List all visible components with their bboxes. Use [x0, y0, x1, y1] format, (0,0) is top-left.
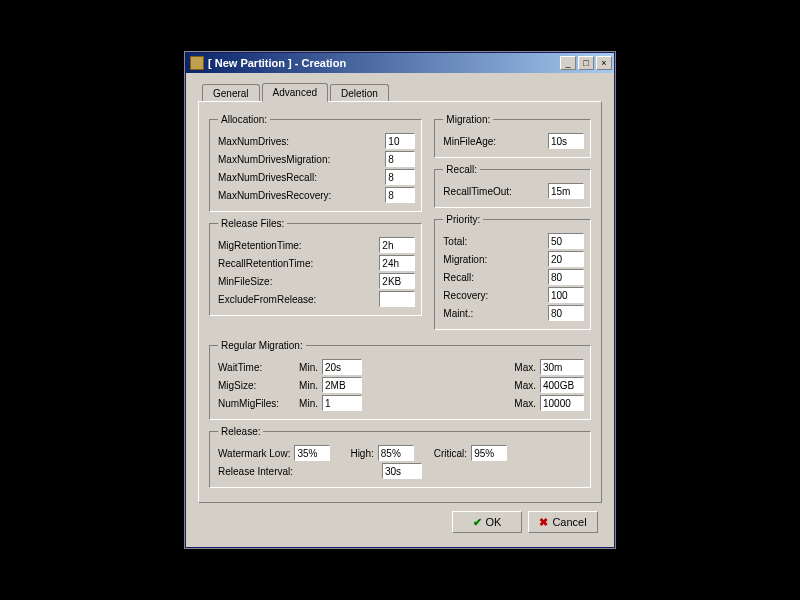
minfileage-input[interactable]	[548, 133, 584, 149]
group-recall: Recall: RecallTimeOut:	[434, 164, 591, 208]
nummigfiles-label: NumMigFiles:	[218, 398, 288, 409]
priority-migration-label: Migration:	[443, 254, 544, 265]
group-allocation-legend: Allocation:	[218, 114, 270, 125]
maxnumdrivesmigration-input[interactable]	[385, 151, 415, 167]
watermark-high-input[interactable]	[378, 445, 414, 461]
check-icon: ✔	[473, 516, 482, 529]
priority-maint-input[interactable]	[548, 305, 584, 321]
migsize-max-label: Max.	[506, 380, 536, 391]
minfilesize-label: MinFileSize:	[218, 276, 375, 287]
priority-recall-label: Recall:	[443, 272, 544, 283]
maxnumdrivesrecovery-input[interactable]	[385, 187, 415, 203]
waittime-min-input[interactable]	[322, 359, 362, 375]
migretentiontime-label: MigRetentionTime:	[218, 240, 375, 251]
dialog-buttons: ✔ OK ✖ Cancel	[198, 503, 602, 537]
group-release-files-legend: Release Files:	[218, 218, 287, 229]
group-recall-legend: Recall:	[443, 164, 480, 175]
group-regular-migration-legend: Regular Migration:	[218, 340, 306, 351]
window-title: [ New Partition ] - Creation	[208, 57, 560, 69]
migsize-min-input[interactable]	[322, 377, 362, 393]
maxnumdrivesmigration-label: MaxNumDrivesMigration:	[218, 154, 381, 165]
waittime-max-input[interactable]	[540, 359, 584, 375]
nummigfiles-min-label: Min.	[292, 398, 318, 409]
waittime-max-label: Max.	[506, 362, 536, 373]
close-button[interactable]: ×	[596, 56, 612, 70]
ok-button-label: OK	[486, 516, 502, 528]
maximize-button[interactable]: □	[578, 56, 594, 70]
group-release-legend: Release:	[218, 426, 263, 437]
watermark-high-label: High:	[350, 448, 373, 459]
maxnumdrivesrecall-label: MaxNumDrivesRecall:	[218, 172, 381, 183]
recallretentiontime-input[interactable]	[379, 255, 415, 271]
migsize-label: MigSize:	[218, 380, 288, 391]
waittime-min-label: Min.	[292, 362, 318, 373]
releaseinterval-input[interactable]	[382, 463, 422, 479]
minimize-button[interactable]: _	[560, 56, 576, 70]
group-release-files: Release Files: MigRetentionTime: RecallR…	[209, 218, 422, 316]
excludefromrelease-input[interactable]	[379, 291, 415, 307]
minfilesize-input[interactable]	[379, 273, 415, 289]
priority-recall-input[interactable]	[548, 269, 584, 285]
titlebar: [ New Partition ] - Creation _ □ ×	[186, 53, 614, 73]
migsize-max-input[interactable]	[540, 377, 584, 393]
nummigfiles-max-input[interactable]	[540, 395, 584, 411]
tab-advanced[interactable]: Advanced	[262, 83, 328, 102]
watermark-low-input[interactable]	[294, 445, 330, 461]
window-buttons: _ □ ×	[560, 56, 612, 70]
group-regular-migration: Regular Migration: WaitTime: Min. Max. M…	[209, 340, 591, 420]
app-icon	[190, 56, 204, 70]
group-priority: Priority: Total: Migration: Recall:	[434, 214, 591, 330]
watermark-critical-input[interactable]	[471, 445, 507, 461]
priority-maint-label: Maint.:	[443, 308, 544, 319]
priority-total-label: Total:	[443, 236, 544, 247]
ok-button[interactable]: ✔ OK	[452, 511, 522, 533]
maxnumdrives-label: MaxNumDrives:	[218, 136, 381, 147]
tab-bar: General Advanced Deletion	[198, 83, 602, 102]
nummigfiles-min-input[interactable]	[322, 395, 362, 411]
maxnumdrivesrecovery-label: MaxNumDrivesRecovery:	[218, 190, 381, 201]
waittime-label: WaitTime:	[218, 362, 288, 373]
priority-migration-input[interactable]	[548, 251, 584, 267]
releaseinterval-label: Release Interval:	[218, 466, 378, 477]
watermark-critical-label: Critical:	[434, 448, 467, 459]
group-release: Release: Watermark Low: High: Critical: …	[209, 426, 591, 488]
priority-recovery-label: Recovery:	[443, 290, 544, 301]
nummigfiles-max-label: Max.	[506, 398, 536, 409]
minfileage-label: MinFileAge:	[443, 136, 544, 147]
client-area: General Advanced Deletion Allocation: Ma…	[186, 73, 614, 547]
group-priority-legend: Priority:	[443, 214, 483, 225]
priority-total-input[interactable]	[548, 233, 584, 249]
priority-recovery-input[interactable]	[548, 287, 584, 303]
dialog-window: [ New Partition ] - Creation _ □ × Gener…	[185, 52, 615, 548]
maxnumdrives-input[interactable]	[385, 133, 415, 149]
excludefromrelease-label: ExcludeFromRelease:	[218, 294, 375, 305]
cancel-button-label: Cancel	[552, 516, 586, 528]
cross-icon: ✖	[539, 516, 548, 529]
group-migration: Migration: MinFileAge:	[434, 114, 591, 158]
maxnumdrivesrecall-input[interactable]	[385, 169, 415, 185]
recallretentiontime-label: RecallRetentionTime:	[218, 258, 375, 269]
migretentiontime-input[interactable]	[379, 237, 415, 253]
tab-panel-advanced: Allocation: MaxNumDrives: MaxNumDrivesMi…	[198, 101, 602, 503]
stage: [ New Partition ] - Creation _ □ × Gener…	[0, 0, 800, 600]
watermark-low-label: Watermark Low:	[218, 448, 290, 459]
recalltimeout-input[interactable]	[548, 183, 584, 199]
group-migration-legend: Migration:	[443, 114, 493, 125]
recalltimeout-label: RecallTimeOut:	[443, 186, 544, 197]
migsize-min-label: Min.	[292, 380, 318, 391]
group-allocation: Allocation: MaxNumDrives: MaxNumDrivesMi…	[209, 114, 422, 212]
cancel-button[interactable]: ✖ Cancel	[528, 511, 598, 533]
